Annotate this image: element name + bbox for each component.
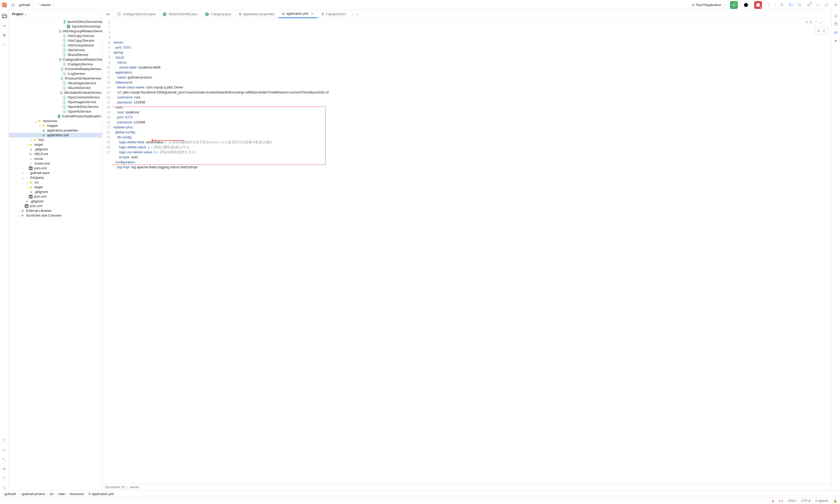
tabs-more[interactable]: ⌄ ⋮	[350, 10, 361, 18]
tree-node[interactable]: ›📁src	[9, 180, 102, 185]
tree-node[interactable]: IICategoryBrandRelationService	[9, 57, 102, 62]
tree-node[interactable]: IIAttrCopy2Service	[9, 38, 102, 43]
breadcrumb-item[interactable]: main	[58, 492, 65, 496]
tree-node[interactable]: M↓HELP.md	[9, 152, 102, 157]
tree-node[interactable]: ⌄📁resources	[9, 119, 102, 123]
breadcrumb-item[interactable]: ▫ gulimall-product	[20, 492, 45, 496]
translate-icon[interactable]: 文A	[788, 3, 793, 7]
terminal-tool-icon[interactable]: >_	[2, 456, 7, 462]
tree-node[interactable]: mpom.xml	[9, 194, 102, 199]
git-branch-dropdown[interactable]: ᛘmaster⌄	[38, 3, 55, 7]
tree-node[interactable]: IISpuInfoDescService	[9, 105, 102, 109]
line-separator[interactable]: CRLF	[788, 499, 797, 503]
stop-button[interactable]: 3	[754, 1, 762, 9]
project-dropdown[interactable]: gulimall⌄	[19, 3, 34, 7]
chevron-down-icon[interactable]: ⌄	[24, 12, 27, 16]
tree-node[interactable]: ⊘.gitignore	[9, 190, 102, 194]
tree-node[interactable]: ≡mvnw	[9, 157, 102, 161]
bookmark-tool-icon[interactable]: T	[2, 437, 7, 443]
tree-node[interactable]: CSpuInfoServiceImpl	[9, 24, 102, 29]
breadcrumb-item[interactable]: ▫ gulimall	[3, 492, 16, 496]
caret-position[interactable]: 1:1	[779, 499, 783, 503]
node-label: IProductAttrValueService	[65, 77, 101, 80]
tree-node[interactable]: IISpuInfoService	[9, 109, 102, 114]
commit-tool-icon[interactable]: ⊶	[2, 22, 7, 28]
tree-node[interactable]: IISpuCommentService	[9, 95, 102, 100]
tree-node[interactable]: IIAttrAttrgroupRelationService	[9, 29, 102, 34]
tree-node[interactable]: ⊘.gitignore	[9, 199, 102, 204]
tree-node[interactable]: IIAttrGroupService	[9, 43, 102, 48]
tree-node[interactable]: IIAttrService	[9, 48, 102, 53]
run-button[interactable]	[730, 1, 738, 9]
structure-tool-icon[interactable]: ⊞	[2, 32, 7, 38]
notifications-icon[interactable]	[834, 13, 838, 18]
tree-node[interactable]: IIAttrCopy1Service	[9, 34, 102, 38]
tree-node[interactable]: IICategoryService	[9, 62, 102, 67]
project-tool-icon[interactable]	[2, 13, 7, 19]
editor[interactable]: ✔ 3 ⌃ ⌄ ✦ ✕ 1234567891011121314151617181…	[102, 18, 831, 484]
indent-setting[interactable]: 2 spaces	[815, 499, 828, 503]
search-icon[interactable]	[798, 3, 802, 7]
debug-button[interactable]	[742, 1, 750, 9]
vcs-tool-icon[interactable]: ᛘ	[2, 475, 7, 481]
problems-tool-icon[interactable]: ⊘	[2, 466, 7, 471]
readonly-icon[interactable]: 🔓	[833, 499, 837, 503]
editor-tab[interactable]: ✿application.properties	[235, 10, 278, 18]
tree-node[interactable]: IIBrandService	[9, 53, 102, 57]
node-label: mvnw.cmd	[34, 162, 50, 165]
tree-node[interactable]: ›▫gulimall-ware	[9, 170, 102, 175]
corner-icon[interactable]: ▢	[2, 485, 7, 490]
tree-node[interactable]: IICommentReplayService	[9, 67, 102, 71]
editor-tab[interactable]: va	[102, 10, 113, 18]
tree-node[interactable]: ✿application.properties	[9, 128, 102, 133]
tree-node[interactable]: ›⊞External Libraries	[9, 209, 102, 213]
status-lang-icon[interactable]: y	[772, 499, 774, 503]
code-with-me-icon[interactable]	[780, 3, 784, 7]
close-icon[interactable]: ✕	[311, 12, 314, 16]
tree-node[interactable]: ›📁mapper	[9, 123, 102, 128]
editor-tab[interactable]: CBaseController.java	[159, 10, 201, 18]
tree-node[interactable]: ›✎Scratches and Consoles	[9, 213, 102, 218]
code-content[interactable]: server: port: 5555spring: cloud: nacos: …	[112, 18, 831, 484]
tree-node[interactable]: ›📁test	[9, 138, 102, 142]
tree-node[interactable]: ›📁target	[9, 142, 102, 147]
editor-tab[interactable]: ✿CategoryServ	[318, 10, 350, 18]
main-menu-icon[interactable]	[11, 3, 15, 7]
tree-node[interactable]: ⌄▫thirdparty	[9, 175, 102, 180]
editor-tab[interactable]: ✿application.yml✕	[278, 10, 318, 18]
close-icon[interactable]: ✕	[833, 3, 838, 7]
settings-icon[interactable]	[806, 3, 811, 7]
tree-node[interactable]: ✿application.yml	[9, 133, 102, 138]
more-tool-icon[interactable]: ⋯	[2, 41, 7, 47]
tree-node[interactable]: IISkuSaleAttrValueService	[9, 90, 102, 95]
editor-tab[interactable]: IICategoryService.java	[113, 10, 159, 18]
minimize-icon[interactable]: —	[815, 3, 820, 7]
build-tool-icon[interactable]: ▷	[2, 447, 7, 453]
tree-node[interactable]: IISkuImagesService	[9, 81, 102, 86]
editor-tab[interactable]: CCategory.java	[201, 10, 235, 18]
ai-rail-icon[interactable]: ✦	[834, 38, 838, 43]
node-label: ICategoryService	[68, 62, 93, 66]
project-tree[interactable]: CSpuInfoDescServiceImplCSpuInfoServiceIm…	[9, 18, 102, 490]
tree-node[interactable]: IISpuImagesService	[9, 100, 102, 105]
run-config-dropdown[interactable]: ✿RuoYiApplication⌄	[692, 3, 726, 7]
node-label: .gitignore	[34, 190, 48, 194]
more-icon[interactable]: ⋮	[766, 3, 771, 7]
breadcrumb-item[interactable]: resources	[70, 492, 84, 496]
tree-node[interactable]: CSpuInfoDescServiceImpl	[9, 19, 102, 24]
breadcrumb-item[interactable]: src	[50, 492, 54, 496]
tree-node[interactable]: ≡mvnw.cmd	[9, 161, 102, 166]
maximize-icon[interactable]: ▢	[824, 3, 829, 7]
tree-node[interactable]: CGulimallProductApplication	[9, 114, 102, 119]
database-icon[interactable]	[834, 21, 838, 26]
tree-node[interactable]: mpom.xml	[9, 166, 102, 170]
tree-node[interactable]: IIProductAttrValueService	[9, 76, 102, 81]
breadcrumb-item[interactable]: ✿ application.yml	[88, 492, 114, 496]
maven-icon[interactable]: m	[834, 30, 838, 35]
tree-node[interactable]: IILogService	[9, 71, 102, 76]
file-encoding[interactable]: UTF-8	[801, 499, 810, 503]
tree-node[interactable]: ⊘.gitignore	[9, 147, 102, 152]
tree-node[interactable]: ›📁target	[9, 185, 102, 190]
tree-node[interactable]: mpom.xml	[9, 204, 102, 209]
tree-node[interactable]: IISkuInfoService	[9, 86, 102, 90]
